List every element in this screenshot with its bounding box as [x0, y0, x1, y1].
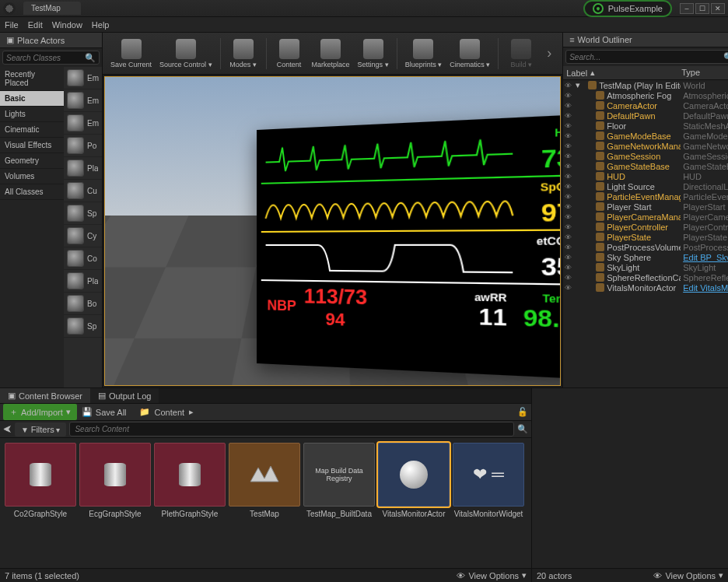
- actor-item[interactable]: Cu: [64, 180, 102, 202]
- visibility-icon[interactable]: 👁: [565, 112, 573, 120]
- project-badge[interactable]: PulseExample: [583, 0, 672, 17]
- outliner-row[interactable]: 👁GameModeBaseGameModeBase: [563, 131, 728, 141]
- visibility-icon[interactable]: 👁: [565, 203, 573, 211]
- outliner-row[interactable]: 👁GameSessionGameSession: [563, 151, 728, 161]
- category-geometry[interactable]: Geometry: [0, 153, 64, 169]
- minimize-button[interactable]: –: [680, 3, 694, 14]
- visibility-icon[interactable]: 👁: [565, 233, 573, 241]
- outliner-tab[interactable]: ≡ World Outliner: [563, 33, 728, 47]
- visibility-icon[interactable]: 👁: [565, 223, 573, 231]
- menu-window[interactable]: Window: [52, 20, 82, 30]
- col-label[interactable]: Label: [566, 68, 587, 78]
- asset-testmap_builtdata[interactable]: Map Build Data RegistryTestMap_BuiltData: [303, 443, 375, 563]
- outliner-row[interactable]: 👁HUDHUD: [563, 171, 728, 181]
- actor-item[interactable]: Pla: [64, 157, 102, 180]
- toolbar-settings-button[interactable]: Settings ▾: [355, 37, 392, 70]
- outliner-row[interactable]: 👁SphereReflectionCaptureSphereReflection…: [563, 272, 728, 282]
- asset-vitalsmonitorwidget[interactable]: ❤ ═VitalsMonitorWidget: [453, 443, 524, 563]
- toolbar-marketplace-button[interactable]: Marketplace: [309, 37, 353, 70]
- category-all-classes[interactable]: All Classes: [0, 184, 64, 200]
- visibility-icon[interactable]: 👁: [565, 274, 573, 282]
- actor-item[interactable]: Em: [64, 89, 102, 112]
- asset-co2graphstyle[interactable]: Co2GraphStyle: [5, 443, 76, 563]
- visibility-icon[interactable]: 👁: [565, 173, 573, 181]
- outliner-row[interactable]: 👁FloorStaticMeshActor: [563, 121, 728, 131]
- outliner-row[interactable]: 👁ParticleEventManagerParticleEventMana: [563, 191, 728, 202]
- tab-content-browser[interactable]: ▣Content Browser: [0, 388, 90, 403]
- place-actors-tab[interactable]: ▣ Place Actors: [0, 33, 102, 48]
- outliner-row[interactable]: 👁PostProcessVolumePostProcessVolum: [563, 242, 728, 252]
- category-lights[interactable]: Lights: [0, 107, 64, 122]
- visibility-icon[interactable]: 👁: [565, 244, 573, 251]
- asset-ecggraphstyle[interactable]: EcgGraphStyle: [79, 443, 151, 563]
- outliner-row[interactable]: 👁GameNetworkManagerGameNetworkMan: [563, 141, 728, 151]
- toolbar-content-button[interactable]: Content: [271, 37, 307, 70]
- actor-item[interactable]: Sp: [64, 202, 102, 225]
- actor-item[interactable]: Po: [64, 135, 102, 157]
- content-search-input[interactable]: [69, 422, 514, 436]
- asset-plethgraphstyle[interactable]: PlethGraphStyle: [154, 443, 226, 563]
- visibility-icon[interactable]: 👁: [565, 213, 573, 221]
- maximize-button[interactable]: ☐: [695, 3, 709, 14]
- actor-item[interactable]: Co: [64, 247, 102, 270]
- category-cinematic[interactable]: Cinematic: [0, 122, 64, 138]
- visibility-icon[interactable]: 👁: [565, 132, 573, 140]
- view-options-button[interactable]: 👁View Options▾: [457, 570, 527, 580]
- visibility-icon[interactable]: 👁: [565, 153, 573, 160]
- outliner-row[interactable]: 👁PlayerStatePlayerState: [563, 232, 728, 242]
- add-import-button[interactable]: ＋Add/Import▾: [3, 404, 77, 420]
- asset-vitalsmonitoractor[interactable]: VitalsMonitorActor: [378, 443, 450, 563]
- visibility-icon[interactable]: 👁: [565, 142, 573, 150]
- tab-output-log[interactable]: ▤Output Log: [90, 388, 159, 403]
- sources-toggle-icon[interactable]: ⮜: [3, 425, 12, 434]
- visibility-icon[interactable]: 👁: [565, 284, 573, 292]
- outliner-row[interactable]: 👁GameStateBaseGameStateBase: [563, 161, 728, 171]
- search-input[interactable]: [569, 53, 723, 61]
- category-basic[interactable]: Basic: [0, 91, 64, 107]
- toolbar-cinematics-button[interactable]: Cinematics ▾: [446, 37, 493, 70]
- outliner-row[interactable]: 👁Sky SphereEdit BP_Sky_Sph: [563, 252, 728, 262]
- outliner-row[interactable]: 👁PlayerControllerPlayerController: [563, 222, 728, 232]
- menu-file[interactable]: File: [5, 20, 19, 30]
- outliner-row[interactable]: 👁SkyLightSkyLight: [563, 262, 728, 272]
- visibility-icon[interactable]: 👁: [565, 163, 573, 170]
- category-visual-effects[interactable]: Visual Effects: [0, 138, 64, 153]
- col-type[interactable]: Type: [681, 68, 728, 78]
- toolbar-modes-button[interactable]: Modes ▾: [226, 37, 261, 70]
- outliner-search[interactable]: 🔍: [565, 50, 728, 64]
- menu-help[interactable]: Help: [92, 20, 110, 30]
- toolbar-source-control-button[interactable]: Source Control ▾: [156, 37, 215, 70]
- level-tab[interactable]: TestMap: [23, 2, 81, 15]
- visibility-icon[interactable]: 👁: [565, 183, 573, 191]
- outliner-row[interactable]: 👁▾TestMap (Play In Editor)World: [563, 80, 728, 90]
- view-options-button[interactable]: 👁View Options▾: [653, 570, 723, 580]
- actor-item[interactable]: Em: [64, 67, 102, 89]
- toolbar-blueprints-button[interactable]: Blueprints ▾: [402, 37, 446, 70]
- actor-item[interactable]: Bo: [64, 293, 102, 315]
- actor-item[interactable]: Sp: [64, 315, 102, 338]
- outliner-row[interactable]: 👁DefaultPawnDefaultPawn: [563, 110, 728, 121]
- visibility-icon[interactable]: 👁: [565, 82, 573, 89]
- outliner-row[interactable]: 👁VitalsMonitorActorEdit VitalsMonito: [563, 282, 728, 293]
- lock-icon[interactable]: 🔓: [517, 407, 528, 417]
- actor-item[interactable]: Cy: [64, 225, 102, 247]
- toolbar-save-current-button[interactable]: Save Current: [107, 37, 155, 70]
- menu-edit[interactable]: Edit: [28, 20, 43, 30]
- save-all-button[interactable]: 💾Save All: [82, 407, 127, 417]
- visibility-icon[interactable]: 👁: [565, 92, 573, 100]
- category-recently-placed[interactable]: Recently Placed: [0, 67, 64, 91]
- close-button[interactable]: ✕: [711, 3, 725, 14]
- toolbar-overflow-icon[interactable]: ›: [541, 45, 558, 61]
- search-input[interactable]: [6, 54, 85, 62]
- outliner-row[interactable]: 👁PlayerCameraManagerPlayerCameraMan: [563, 212, 728, 222]
- visibility-icon[interactable]: 👁: [565, 102, 573, 110]
- actor-item[interactable]: Pla: [64, 270, 102, 293]
- level-viewport[interactable]: HR 73 SpO2 97 etCO2 35 NBP 113/73: [104, 76, 561, 386]
- filters-button[interactable]: ▼ Filters ▾: [15, 422, 66, 436]
- visibility-icon[interactable]: 👁: [565, 193, 573, 201]
- outliner-row[interactable]: 👁Light SourceDirectionalLight: [563, 181, 728, 191]
- actor-item[interactable]: Em: [64, 112, 102, 135]
- visibility-icon[interactable]: 👁: [565, 264, 573, 272]
- asset-testmap[interactable]: TestMap: [229, 443, 300, 563]
- outliner-row[interactable]: 👁Atmospheric FogAtmosphericFog: [563, 90, 728, 100]
